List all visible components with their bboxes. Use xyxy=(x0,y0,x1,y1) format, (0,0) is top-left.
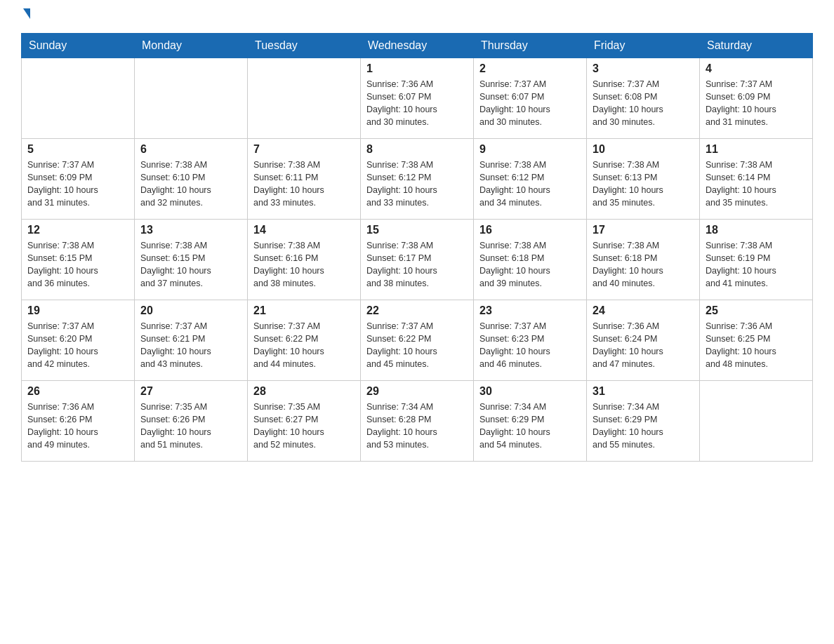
calendar-cell xyxy=(700,381,813,462)
day-number: 3 xyxy=(593,62,694,75)
day-info: Sunrise: 7:36 AMSunset: 6:25 PMDaylight:… xyxy=(706,320,807,371)
day-number: 21 xyxy=(253,304,355,317)
calendar-cell: 19Sunrise: 7:37 AMSunset: 6:20 PMDayligh… xyxy=(22,300,135,381)
calendar-cell: 16Sunrise: 7:38 AMSunset: 6:18 PMDayligh… xyxy=(474,220,587,300)
day-number: 23 xyxy=(479,304,581,317)
calendar-cell: 1Sunrise: 7:36 AMSunset: 6:07 PMDaylight… xyxy=(361,58,474,139)
calendar-cell: 31Sunrise: 7:34 AMSunset: 6:29 PMDayligh… xyxy=(587,381,700,462)
day-number: 27 xyxy=(140,385,241,398)
day-number: 10 xyxy=(593,143,694,156)
calendar-cell: 5Sunrise: 7:37 AMSunset: 6:09 PMDaylight… xyxy=(22,139,135,220)
col-header-tuesday: Tuesday xyxy=(248,34,361,58)
logo xyxy=(21,14,30,19)
day-number: 14 xyxy=(253,224,355,236)
day-info: Sunrise: 7:38 AMSunset: 6:11 PMDaylight:… xyxy=(253,159,355,210)
col-header-thursday: Thursday xyxy=(474,34,587,58)
calendar-cell: 10Sunrise: 7:38 AMSunset: 6:13 PMDayligh… xyxy=(587,139,700,220)
day-info: Sunrise: 7:37 AMSunset: 6:22 PMDaylight:… xyxy=(366,320,468,371)
day-info: Sunrise: 7:35 AMSunset: 6:26 PMDaylight:… xyxy=(140,401,241,452)
calendar-cell: 28Sunrise: 7:35 AMSunset: 6:27 PMDayligh… xyxy=(248,381,361,462)
col-header-sunday: Sunday xyxy=(22,34,135,58)
day-info: Sunrise: 7:37 AMSunset: 6:20 PMDaylight:… xyxy=(27,320,128,371)
day-number: 15 xyxy=(366,224,468,236)
day-info: Sunrise: 7:38 AMSunset: 6:15 PMDaylight:… xyxy=(140,239,241,290)
col-header-saturday: Saturday xyxy=(700,34,813,58)
calendar-cell: 12Sunrise: 7:38 AMSunset: 6:15 PMDayligh… xyxy=(22,220,135,300)
col-header-friday: Friday xyxy=(587,34,700,58)
calendar-cell: 21Sunrise: 7:37 AMSunset: 6:22 PMDayligh… xyxy=(248,300,361,381)
day-info: Sunrise: 7:36 AMSunset: 6:24 PMDaylight:… xyxy=(593,320,694,371)
day-number: 2 xyxy=(479,62,581,75)
day-info: Sunrise: 7:38 AMSunset: 6:12 PMDaylight:… xyxy=(479,159,581,210)
page-header xyxy=(21,14,813,19)
calendar-cell: 27Sunrise: 7:35 AMSunset: 6:26 PMDayligh… xyxy=(135,381,248,462)
day-info: Sunrise: 7:38 AMSunset: 6:14 PMDaylight:… xyxy=(706,159,807,210)
calendar-cell: 22Sunrise: 7:37 AMSunset: 6:22 PMDayligh… xyxy=(361,300,474,381)
day-number: 31 xyxy=(593,385,694,398)
calendar-cell: 30Sunrise: 7:34 AMSunset: 6:29 PMDayligh… xyxy=(474,381,587,462)
calendar-cell: 9Sunrise: 7:38 AMSunset: 6:12 PMDaylight… xyxy=(474,139,587,220)
calendar-cell: 29Sunrise: 7:34 AMSunset: 6:28 PMDayligh… xyxy=(361,381,474,462)
week-row-1: 1Sunrise: 7:36 AMSunset: 6:07 PMDaylight… xyxy=(22,58,813,139)
calendar-cell xyxy=(22,58,135,139)
day-info: Sunrise: 7:36 AMSunset: 6:26 PMDaylight:… xyxy=(27,401,128,452)
calendar-table: SundayMondayTuesdayWednesdayThursdayFrid… xyxy=(21,33,813,462)
day-info: Sunrise: 7:38 AMSunset: 6:13 PMDaylight:… xyxy=(593,159,694,210)
day-number: 26 xyxy=(27,385,128,398)
day-info: Sunrise: 7:38 AMSunset: 6:16 PMDaylight:… xyxy=(253,239,355,290)
day-info: Sunrise: 7:37 AMSunset: 6:22 PMDaylight:… xyxy=(253,320,355,371)
calendar-cell: 2Sunrise: 7:37 AMSunset: 6:07 PMDaylight… xyxy=(474,58,587,139)
day-info: Sunrise: 7:37 AMSunset: 6:07 PMDaylight:… xyxy=(479,78,581,129)
day-number: 22 xyxy=(366,304,468,317)
day-info: Sunrise: 7:35 AMSunset: 6:27 PMDaylight:… xyxy=(253,401,355,452)
day-info: Sunrise: 7:38 AMSunset: 6:15 PMDaylight:… xyxy=(27,239,128,290)
calendar-cell: 8Sunrise: 7:38 AMSunset: 6:12 PMDaylight… xyxy=(361,139,474,220)
day-info: Sunrise: 7:37 AMSunset: 6:09 PMDaylight:… xyxy=(706,78,807,129)
day-number: 18 xyxy=(706,224,807,236)
day-number: 30 xyxy=(479,385,581,398)
day-info: Sunrise: 7:37 AMSunset: 6:23 PMDaylight:… xyxy=(479,320,581,371)
week-row-4: 19Sunrise: 7:37 AMSunset: 6:20 PMDayligh… xyxy=(22,300,813,381)
day-info: Sunrise: 7:36 AMSunset: 6:07 PMDaylight:… xyxy=(366,78,468,129)
day-info: Sunrise: 7:38 AMSunset: 6:19 PMDaylight:… xyxy=(706,239,807,290)
calendar-cell: 23Sunrise: 7:37 AMSunset: 6:23 PMDayligh… xyxy=(474,300,587,381)
calendar-cell xyxy=(135,58,248,139)
col-header-monday: Monday xyxy=(135,34,248,58)
day-info: Sunrise: 7:38 AMSunset: 6:18 PMDaylight:… xyxy=(479,239,581,290)
day-number: 16 xyxy=(479,224,581,236)
day-info: Sunrise: 7:34 AMSunset: 6:29 PMDaylight:… xyxy=(593,401,694,452)
calendar-cell xyxy=(248,58,361,139)
day-number: 17 xyxy=(593,224,694,236)
calendar-cell: 13Sunrise: 7:38 AMSunset: 6:15 PMDayligh… xyxy=(135,220,248,300)
day-info: Sunrise: 7:38 AMSunset: 6:18 PMDaylight:… xyxy=(593,239,694,290)
week-row-2: 5Sunrise: 7:37 AMSunset: 6:09 PMDaylight… xyxy=(22,139,813,220)
calendar-cell: 26Sunrise: 7:36 AMSunset: 6:26 PMDayligh… xyxy=(22,381,135,462)
day-number: 29 xyxy=(366,385,468,398)
calendar-cell: 3Sunrise: 7:37 AMSunset: 6:08 PMDaylight… xyxy=(587,58,700,139)
day-number: 7 xyxy=(253,143,355,156)
calendar-cell: 6Sunrise: 7:38 AMSunset: 6:10 PMDaylight… xyxy=(135,139,248,220)
day-info: Sunrise: 7:37 AMSunset: 6:21 PMDaylight:… xyxy=(140,320,241,371)
day-info: Sunrise: 7:37 AMSunset: 6:08 PMDaylight:… xyxy=(593,78,694,129)
day-number: 4 xyxy=(706,62,807,75)
calendar-cell: 17Sunrise: 7:38 AMSunset: 6:18 PMDayligh… xyxy=(587,220,700,300)
day-number: 28 xyxy=(253,385,355,398)
calendar-header-row: SundayMondayTuesdayWednesdayThursdayFrid… xyxy=(22,34,813,58)
calendar-cell: 18Sunrise: 7:38 AMSunset: 6:19 PMDayligh… xyxy=(700,220,813,300)
day-info: Sunrise: 7:38 AMSunset: 6:12 PMDaylight:… xyxy=(366,159,468,210)
day-info: Sunrise: 7:34 AMSunset: 6:29 PMDaylight:… xyxy=(479,401,581,452)
calendar-cell: 25Sunrise: 7:36 AMSunset: 6:25 PMDayligh… xyxy=(700,300,813,381)
calendar-cell: 7Sunrise: 7:38 AMSunset: 6:11 PMDaylight… xyxy=(248,139,361,220)
calendar-cell: 20Sunrise: 7:37 AMSunset: 6:21 PMDayligh… xyxy=(135,300,248,381)
day-number: 20 xyxy=(140,304,241,317)
calendar-cell: 15Sunrise: 7:38 AMSunset: 6:17 PMDayligh… xyxy=(361,220,474,300)
day-number: 24 xyxy=(593,304,694,317)
day-number: 19 xyxy=(27,304,128,317)
day-info: Sunrise: 7:34 AMSunset: 6:28 PMDaylight:… xyxy=(366,401,468,452)
day-number: 11 xyxy=(706,143,807,156)
day-info: Sunrise: 7:37 AMSunset: 6:09 PMDaylight:… xyxy=(27,159,128,210)
calendar-cell: 24Sunrise: 7:36 AMSunset: 6:24 PMDayligh… xyxy=(587,300,700,381)
day-number: 12 xyxy=(27,224,128,236)
day-number: 5 xyxy=(27,143,128,156)
day-number: 8 xyxy=(366,143,468,156)
